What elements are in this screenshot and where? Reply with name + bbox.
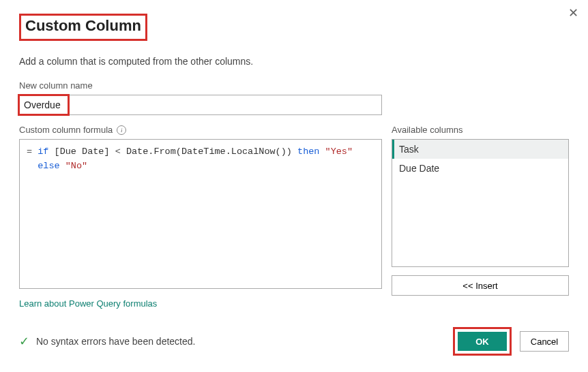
available-column-item[interactable]: Due Date: [392, 159, 568, 178]
formula-label: Custom column formula: [19, 125, 113, 135]
available-column-item[interactable]: Task: [392, 140, 568, 159]
insert-button[interactable]: << Insert: [392, 275, 569, 296]
ok-highlight: OK: [453, 327, 512, 356]
info-icon[interactable]: i: [117, 125, 126, 135]
status-message: ✓ No syntax errors have been detected.: [19, 334, 195, 349]
available-columns-list[interactable]: Task Due Date: [392, 139, 569, 267]
dialog-subtitle: Add a column that is computed from the o…: [19, 56, 569, 67]
check-icon: ✓: [19, 334, 29, 349]
ok-button[interactable]: OK: [458, 332, 507, 351]
learn-link[interactable]: Learn about Power Query formulas: [19, 298, 157, 309]
formula-editor[interactable]: = if [Due Date] < Date.From(DateTime.Loc…: [19, 139, 382, 289]
column-name-input[interactable]: [19, 95, 382, 115]
status-text: No syntax errors have been detected.: [36, 336, 195, 347]
available-columns-label: Available columns: [392, 125, 569, 135]
column-name-label: New column name: [19, 80, 569, 91]
dialog-title: Custom Column: [25, 17, 141, 35]
close-icon[interactable]: ✕: [568, 5, 578, 20]
title-highlight: Custom Column: [19, 14, 147, 41]
cancel-button[interactable]: Cancel: [520, 331, 569, 352]
